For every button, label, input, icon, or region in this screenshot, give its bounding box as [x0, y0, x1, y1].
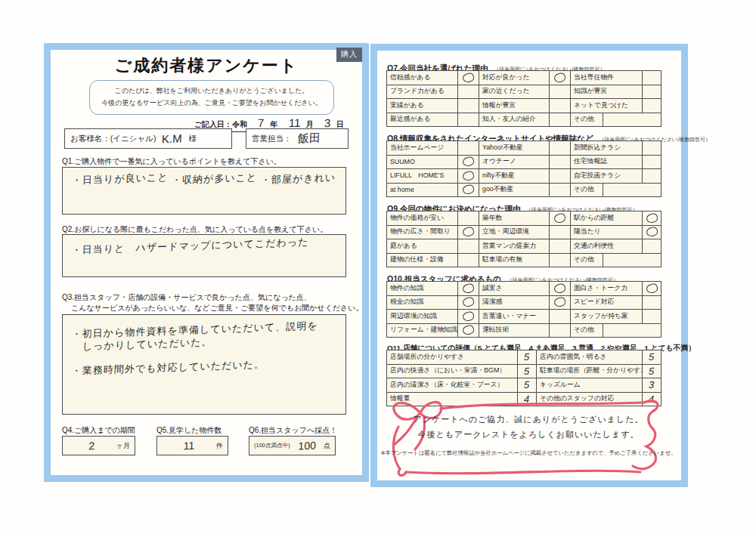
- option-label-cell: 言葉遣い・マナー: [479, 309, 550, 324]
- mark-cell: [457, 155, 479, 170]
- table-row: 信頼感がある対応が良かった当社専任物件: [387, 70, 662, 85]
- q4-answer-box: 2 ヶ月: [62, 436, 135, 455]
- option-label-cell: 実績がある: [386, 98, 458, 113]
- mark-cell: [549, 211, 571, 226]
- customer-name-box: お客様名：(イニシャル) K.M 様: [64, 128, 232, 149]
- mark-cell: [549, 225, 571, 240]
- score-cell: 3: [642, 378, 662, 393]
- circle-mark: [553, 297, 566, 308]
- table-row: リフォーム・建物知識運転技術その他: [387, 323, 662, 338]
- option-label-cell: 周辺環境の知識: [386, 309, 458, 324]
- mark-cell: [457, 253, 479, 268]
- mark-cell: [642, 309, 662, 324]
- customer-initials-handwritten: K.M: [162, 132, 182, 146]
- circle-mark: [553, 212, 566, 224]
- option-label-cell: 陽当たり: [570, 225, 643, 240]
- option-label-cell: スピード対応: [570, 295, 643, 310]
- score-cell: 5: [642, 350, 662, 365]
- mark-cell: [457, 323, 479, 338]
- table-row: SUUMOオウチーノ住宅情報誌: [387, 155, 662, 170]
- other-write-in-cell: [603, 323, 662, 338]
- mark-cell: [549, 140, 571, 156]
- score-handwritten: 5: [649, 366, 655, 377]
- mark-cell: [642, 281, 662, 296]
- circle-mark: [645, 212, 658, 224]
- q9-choice-table: 物件の価格が安い築年数駅からの距離物件の広さ・間取り立地・周辺環境陽当たり庭があ…: [387, 211, 662, 267]
- option-label-cell: 駐車場の有無: [479, 253, 550, 268]
- option-label-cell: 住宅情報誌: [570, 155, 643, 170]
- table-row: ブランド力がある家の近くだった知識が豊富: [387, 85, 662, 100]
- q10-choice-table: 物件の知識誠実さ面白さ・トーク力税金の知識清潔感スピード対応周辺環境の知識言葉遣…: [387, 282, 662, 338]
- mark-cell: [549, 183, 571, 198]
- circle-mark: [553, 72, 566, 83]
- q4-label: Q4.ご購入までの期間: [62, 425, 135, 436]
- option-label-cell: 親近感がある: [386, 113, 458, 128]
- circle-mark: [462, 227, 475, 238]
- score-handwritten: 5: [524, 379, 530, 390]
- mark-cell: [549, 98, 571, 113]
- option-label-cell: 自宅投函チラシ: [570, 168, 643, 184]
- q1-label: Q1.ご購入物件で一番気に入っているポイントを教えて下さい。: [62, 156, 281, 167]
- mark-cell: [457, 225, 479, 240]
- other-write-in-cell: [603, 183, 662, 198]
- q7-choice-table: 信頼感がある対応が良かった当社専任物件ブランド力がある家の近くだった知識が豊富実…: [387, 71, 662, 127]
- circle-mark: [553, 282, 566, 294]
- q1-answer-line: ・部屋がきれい: [260, 170, 336, 187]
- mark-cell: [457, 295, 479, 310]
- table-row: 店舗場所の分かりやすさ5店内の雰囲気・明るさ5: [387, 350, 662, 365]
- date-year-unit: 年: [270, 120, 277, 128]
- rating-label-cell: 駐車場の場所（距離・分かりやすさ）: [536, 364, 643, 379]
- ribbon-bottom-line: [406, 471, 640, 473]
- other-label-cell: その他: [570, 183, 603, 198]
- date-month-unit: 月: [306, 120, 314, 128]
- q1-answer-line: ・収納が多いこと: [172, 170, 258, 187]
- mark-cell: [642, 98, 662, 113]
- other-label-cell: その他: [570, 253, 603, 268]
- q5-value-handwritten: 11: [162, 439, 217, 453]
- option-label-cell: 対応が良かった: [479, 70, 550, 85]
- table-row: at homegoo不動産その他: [387, 183, 662, 198]
- mark-cell: [549, 309, 571, 324]
- intro-box: このたびは、弊社をご利用いただきありがとうございました。 今後の更なるサービス向…: [89, 80, 334, 115]
- table-row: 物件の知識誠実さ面白さ・トーク力: [387, 281, 662, 296]
- mark-cell: [457, 281, 479, 296]
- date-month-handwritten: 11: [288, 116, 300, 130]
- thank-you-ribbon-area: アンケートへのご協力、誠にありがとうございました。 今後ともアークレストをよろし…: [379, 392, 678, 481]
- q5-label: Q5.見学した物件数: [156, 425, 222, 436]
- mark-cell: [549, 85, 571, 100]
- table-row: 税金の知識清潔感スピード対応: [387, 295, 662, 310]
- q4-value-handwritten: 2: [67, 439, 116, 452]
- q3-answer-line: ・業務時間外でも対応していただいた。: [71, 357, 265, 378]
- table-row: 店内の清潔さ（床・化粧室・ブース）5キッズルーム3: [387, 378, 662, 393]
- score-cell: 5: [642, 364, 662, 379]
- mark-cell: [642, 70, 662, 85]
- mark-cell: [549, 323, 571, 338]
- mark-cell: [457, 211, 479, 226]
- option-label-cell: 駅からの距離: [570, 211, 643, 226]
- other-label-cell: その他: [570, 113, 603, 128]
- option-label-cell: リフォーム・建物知識: [386, 323, 458, 338]
- survey-page-2: Q7.今回当社を選ばれた理由 （該当箇所に○をおつけください/複数回答可） 信頼…: [370, 44, 688, 487]
- other-write-in-cell: [603, 113, 662, 128]
- q6-label: Q6.担当スタッフへ採点！: [249, 425, 337, 436]
- option-label-cell: nifty不動産: [479, 168, 550, 184]
- rating-label-cell: 店舗場所の分かりやすさ: [386, 350, 518, 365]
- option-label-cell: 築年数: [479, 211, 550, 226]
- circle-mark: [645, 227, 658, 238]
- q1-answer-line: ・日当りが良いこと: [72, 170, 169, 187]
- score-handwritten: 5: [524, 351, 530, 363]
- agent-name-handwritten: 飯田: [297, 131, 321, 146]
- q8-choice-table: 当社ホームページYahoo!不動産新聞折込チラシSUUMOオウチーノ住宅情報誌L…: [387, 141, 662, 197]
- mark-cell: [457, 70, 479, 85]
- option-label-cell: 情報が豊富: [479, 98, 550, 113]
- circle-mark: [462, 156, 475, 168]
- score-cell: 5: [517, 364, 537, 379]
- option-label-cell: goo不動産: [479, 183, 550, 198]
- table-row: 親近感がある知人・友人の紹介その他: [387, 113, 662, 128]
- rating-label-cell: 店内の清潔さ（床・化粧室・ブース）: [386, 378, 518, 393]
- rating-label-cell: 店内の快適さ（におい・室温・BGM）: [386, 364, 518, 379]
- mark-cell: [549, 253, 571, 268]
- option-label-cell: ネットで見つけた: [570, 98, 643, 113]
- q2-answer-line: ・日当りと ハザードマップについてこだわった: [71, 235, 308, 258]
- circle-mark: [462, 310, 475, 322]
